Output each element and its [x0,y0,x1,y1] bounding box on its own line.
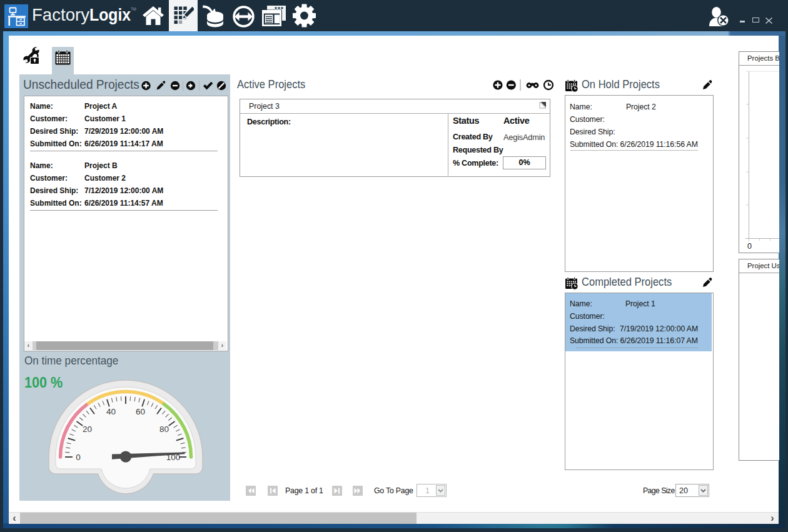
svg-text:40: 40 [106,407,116,416]
svg-text:20: 20 [83,424,92,434]
svg-text:60: 60 [136,407,145,416]
svg-text:80: 80 [159,424,169,434]
svg-text:0: 0 [76,453,81,462]
